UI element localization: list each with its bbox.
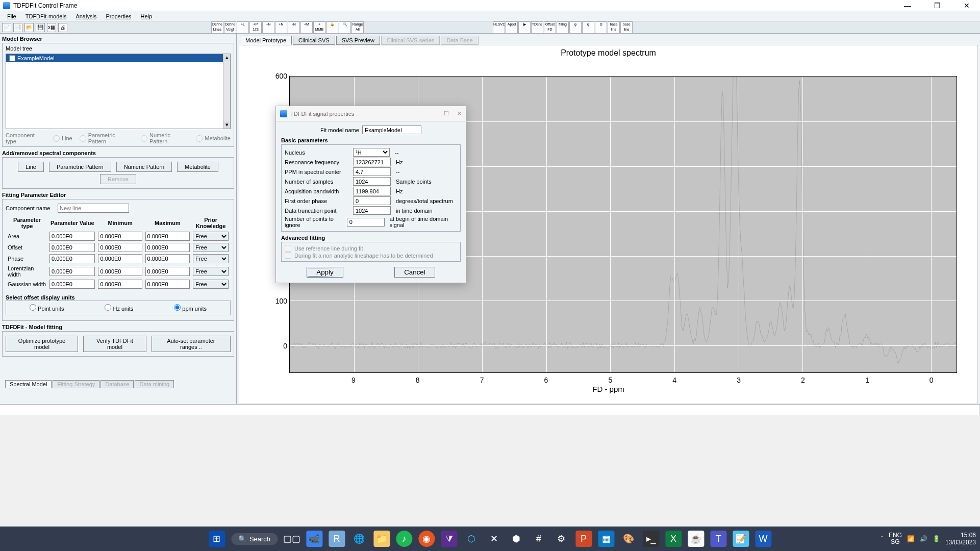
autoset-button[interactable]: Auto-set parameter ranges ..	[152, 336, 231, 352]
dialog-maximize[interactable]: ☐	[444, 110, 449, 117]
model-tree[interactable]: ExampleModel ▴▾	[6, 54, 231, 129]
param-max-input[interactable]	[145, 280, 190, 289]
param-max-input[interactable]	[145, 254, 190, 263]
offset-fd-icon[interactable]: OffsetFD	[544, 21, 556, 34]
add-line-button[interactable]: Line	[18, 162, 44, 172]
copy-icon[interactable]: 📑	[13, 23, 22, 32]
param-min-input[interactable]	[98, 280, 142, 289]
lock-icon[interactable]: 🔒	[326, 21, 338, 34]
plus-n-icon[interactable]: +N	[262, 21, 274, 34]
param-value-input[interactable]	[49, 243, 95, 252]
tray-lang1[interactable]: ENG	[889, 532, 902, 539]
hlsvd-icon[interactable]: HLSVD	[493, 21, 505, 34]
menu-help[interactable]: Help	[137, 12, 157, 20]
spotify-icon[interactable]: ♪	[396, 531, 412, 547]
menu-file[interactable]: File	[3, 12, 20, 20]
baseline2-icon[interactable]: baseline	[620, 21, 633, 34]
menu-analysis[interactable]: Analysis	[71, 12, 100, 20]
remove-button[interactable]: Remove	[100, 174, 136, 184]
excel-icon[interactable]: x▦	[47, 23, 56, 32]
plus-p-icon[interactable]: +P123	[249, 21, 262, 34]
settings-icon[interactable]: ⚙	[553, 531, 569, 547]
offset-ppm[interactable]: ppm units	[174, 304, 207, 312]
dlg-input[interactable]	[353, 158, 391, 166]
chrome-icon[interactable]: 🌐	[351, 531, 367, 547]
slack-icon[interactable]: #	[531, 531, 547, 547]
rstudio-icon[interactable]: R	[329, 531, 345, 547]
param-prior-select[interactable]: Free	[193, 267, 229, 276]
filling-icon[interactable]: filling	[557, 21, 569, 34]
close-button[interactable]: ✕	[957, 2, 977, 10]
dialog-close[interactable]: ✕	[457, 110, 462, 117]
offset-point[interactable]: Point units	[30, 304, 64, 312]
param-prior-select[interactable]: Free	[193, 254, 229, 263]
ctype-parametric[interactable]: Parametric Pattern	[80, 132, 134, 144]
taskview-icon[interactable]: ▢▢	[284, 531, 300, 547]
verify-button[interactable]: Verify TDFDFit model	[83, 336, 146, 352]
dlg-input[interactable]	[353, 177, 391, 186]
terminal-icon[interactable]: ▸_	[643, 531, 659, 547]
minimize-button[interactable]: —	[897, 2, 918, 10]
add-parametric-button[interactable]: Parametric Pattern	[49, 162, 111, 172]
plus-n2-icon[interactable]: +N	[275, 21, 287, 34]
dialog-minimize[interactable]: —	[430, 110, 436, 117]
flag-icon[interactable]: ▶	[518, 21, 531, 34]
dlg-input[interactable]	[347, 218, 385, 227]
dlg-input[interactable]	[353, 196, 391, 205]
tab-data-base[interactable]: Data Base	[441, 36, 478, 45]
baseline-icon[interactable]: baseline	[608, 21, 620, 34]
optimize-button[interactable]: Optimize prototype model	[6, 336, 78, 352]
apply-button[interactable]: Apply	[307, 267, 343, 278]
fit-model-name-input[interactable]	[362, 126, 421, 134]
ctype-metabolite[interactable]: Metabolite	[196, 135, 231, 142]
battery-icon[interactable]: 🔋	[933, 535, 940, 542]
param-prior-select[interactable]: Free	[193, 232, 229, 241]
tray-lang2[interactable]: SG	[891, 538, 899, 545]
nucleus-select[interactable]: ¹H	[353, 148, 390, 157]
phi-icon[interactable]: φ	[569, 21, 582, 34]
paint-icon[interactable]: 🎨	[620, 531, 637, 547]
print-icon[interactable]: 🖨	[58, 23, 67, 32]
box-icon[interactable]: ⬡	[463, 531, 480, 547]
phi2-icon[interactable]: φ	[582, 21, 594, 34]
component-name-input[interactable]	[58, 204, 129, 213]
param-max-input[interactable]	[145, 267, 190, 276]
param-value-input[interactable]	[49, 232, 95, 241]
param-value-input[interactable]	[49, 267, 95, 276]
param-min-input[interactable]	[98, 243, 142, 252]
tab-model-prototype[interactable]: Model Prototype	[240, 36, 292, 45]
param-min-input[interactable]	[98, 254, 142, 263]
maximize-button[interactable]: ❐	[927, 2, 947, 10]
dlg-input[interactable]	[353, 167, 391, 176]
zoom-icon[interactable]: 📹	[306, 531, 322, 547]
add-metabolite-button[interactable]: Metabolite	[177, 162, 218, 172]
plus-m-icon[interactable]: +M	[300, 21, 313, 34]
word-icon[interactable]: W	[755, 531, 771, 547]
tab-clinical-svs-series[interactable]: Clinical SVS-series	[381, 36, 440, 45]
save-icon[interactable]: 💾	[36, 23, 45, 32]
param-prior-select[interactable]: Free	[193, 280, 229, 289]
check-lineshape[interactable]: During fit a non analytic lineshape has …	[285, 252, 457, 259]
param-min-input[interactable]	[98, 267, 142, 276]
param-min-input[interactable]	[98, 232, 142, 241]
offset-hz[interactable]: Hz units	[105, 304, 133, 312]
ubuntu-icon[interactable]: ◉	[418, 531, 435, 547]
taskbar-search[interactable]: 🔍 Search	[231, 533, 278, 545]
tree-item-examplemodel[interactable]: ExampleModel	[6, 54, 230, 62]
plus-l-icon[interactable]: +L	[237, 21, 249, 34]
omega-icon[interactable]: Ω	[595, 21, 607, 34]
tab-database[interactable]: Database	[100, 380, 134, 388]
tab-spectral-model[interactable]: Spectral Model	[5, 380, 52, 388]
wifi-icon[interactable]: 📶	[907, 535, 915, 542]
dlg-input[interactable]	[353, 206, 391, 215]
start-icon[interactable]: ⊞	[209, 531, 225, 547]
calc-icon[interactable]: ▦	[598, 531, 614, 547]
explorer-icon[interactable]: 📁	[373, 531, 390, 547]
param-max-input[interactable]	[145, 243, 190, 252]
tree-scrollbar[interactable]: ▴▾	[223, 54, 230, 129]
apod-icon[interactable]: Apod	[506, 21, 518, 34]
tray-clock[interactable]: 15:0613/03/2023	[945, 532, 976, 546]
dlg-input[interactable]	[353, 187, 391, 195]
param-max-input[interactable]	[145, 232, 190, 241]
new-icon[interactable]: 📄	[2, 23, 11, 32]
